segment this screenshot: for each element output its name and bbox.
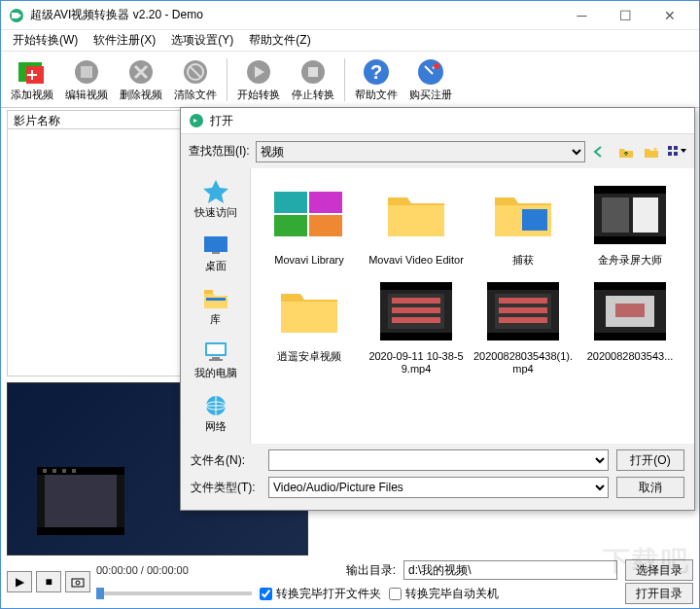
menu-help[interactable]: 帮助文件(Z) xyxy=(241,30,318,51)
svg-rect-24 xyxy=(72,579,84,587)
start-convert-button[interactable]: 开始转换 xyxy=(231,54,286,104)
open-button[interactable]: 打开(O) xyxy=(616,449,684,471)
file-name-label: Movavi Video Editor xyxy=(368,254,464,267)
start-convert-label: 开始转换 xyxy=(237,88,280,102)
help-file-button[interactable]: ? 帮助文件 xyxy=(349,54,403,104)
cancel-button[interactable]: 取消 xyxy=(616,477,684,498)
filetype-label: 文件类型(T): xyxy=(191,480,261,496)
svg-rect-69 xyxy=(615,304,645,317)
open-dir-button[interactable]: 打开目录 xyxy=(625,583,693,604)
browse-dir-button[interactable]: 选择目录 xyxy=(625,559,693,581)
delete-video-icon xyxy=(125,56,157,88)
file-name-label: 捕获 xyxy=(512,254,534,267)
svg-rect-50 xyxy=(633,197,658,233)
svg-rect-38 xyxy=(209,359,223,361)
menu-register[interactable]: 软件注册(X) xyxy=(86,30,163,51)
minimize-button[interactable]: ─ xyxy=(560,2,604,29)
start-convert-icon xyxy=(243,56,274,88)
up-folder-icon[interactable] xyxy=(616,142,636,161)
svg-point-25 xyxy=(76,581,80,585)
place-desktop[interactable]: 桌面 xyxy=(181,228,250,277)
film-reel-icon xyxy=(37,467,124,535)
svg-rect-17 xyxy=(45,475,117,527)
buy-register-button[interactable]: 购买注册 xyxy=(403,54,458,104)
play-button[interactable]: ▶ xyxy=(7,571,32,592)
file-item[interactable]: 20200828035438(1).mp4 xyxy=(471,274,576,377)
delete-video-button[interactable]: 删除视频 xyxy=(114,54,168,104)
svg-text:?: ? xyxy=(370,61,382,83)
file-thumb-icon xyxy=(587,180,673,250)
svg-rect-44 xyxy=(309,215,342,236)
svg-rect-56 xyxy=(392,307,440,313)
svg-rect-5 xyxy=(81,66,92,78)
places-bar: 快速访问 桌面 库 我的电脑 网络 xyxy=(181,168,251,444)
svg-rect-28 xyxy=(674,146,678,150)
svg-rect-43 xyxy=(274,215,307,236)
svg-rect-57 xyxy=(392,317,440,323)
menu-options[interactable]: 选项设置(Y) xyxy=(163,30,241,51)
svg-rect-19 xyxy=(37,527,124,535)
filename-combo[interactable] xyxy=(268,449,609,471)
svg-rect-47 xyxy=(594,186,666,194)
back-icon[interactable] xyxy=(591,142,611,161)
place-network[interactable]: 网络 xyxy=(181,388,250,438)
svg-rect-32 xyxy=(212,252,220,254)
edit-video-button[interactable]: 编辑视频 xyxy=(59,54,114,104)
add-video-label: 添加视频 xyxy=(11,88,53,102)
svg-rect-36 xyxy=(207,344,225,354)
place-quick-access[interactable]: 快速访问 xyxy=(181,174,250,224)
file-name-label: Movavi Library xyxy=(274,254,344,267)
shutdown-checkbox[interactable]: 转换完毕自动关机 xyxy=(389,586,499,602)
filetype-combo[interactable]: Video/Audio/Picture Files xyxy=(268,477,609,498)
place-libraries[interactable]: 库 xyxy=(181,281,250,331)
menubar: 开始转换(W) 软件注册(X) 选项设置(Y) 帮助文件(Z) xyxy=(1,30,699,52)
file-item[interactable]: 捕获 xyxy=(471,178,576,269)
seek-slider[interactable] xyxy=(96,584,252,603)
add-video-icon xyxy=(17,56,48,88)
stop-convert-button[interactable]: 停止转换 xyxy=(286,54,340,104)
svg-rect-23 xyxy=(72,469,76,473)
file-list-pane[interactable]: Movavi LibraryMovavi Video Editor捕获金舟录屏大… xyxy=(251,168,694,444)
svg-rect-59 xyxy=(487,282,559,290)
clear-files-button[interactable]: 清除文件 xyxy=(168,54,223,104)
file-item[interactable]: 2020082803543... xyxy=(578,274,682,377)
svg-rect-41 xyxy=(274,192,307,213)
svg-rect-64 xyxy=(499,317,547,323)
file-item[interactable]: Movavi Video Editor xyxy=(364,178,469,269)
svg-rect-34 xyxy=(206,298,226,301)
svg-rect-66 xyxy=(594,282,666,290)
clear-files-icon xyxy=(180,56,211,88)
svg-rect-29 xyxy=(668,152,672,156)
svg-rect-37 xyxy=(212,357,220,359)
file-thumb-icon xyxy=(266,180,352,250)
svg-rect-18 xyxy=(37,467,124,475)
titlebar: 超级AVI视频转换器 v2.20 - Demo ─ ☐ ✕ xyxy=(1,1,699,30)
file-item[interactable]: Movavi Library xyxy=(257,178,362,269)
look-in-label: 查找范围(I): xyxy=(189,143,250,160)
snapshot-button[interactable] xyxy=(65,571,90,592)
libraries-icon xyxy=(200,285,231,312)
maximize-button[interactable]: ☐ xyxy=(604,2,648,29)
file-thumb-icon xyxy=(480,180,566,250)
svg-rect-27 xyxy=(668,146,672,150)
stop-convert-label: 停止转换 xyxy=(292,88,334,102)
look-in-select[interactable]: 视频 xyxy=(256,141,585,162)
window-title: 超级AVI视频转换器 v2.20 - Demo xyxy=(30,7,560,23)
help-file-label: 帮助文件 xyxy=(355,88,398,102)
file-item[interactable]: 逍遥安卓视频 xyxy=(257,274,362,377)
view-menu-icon[interactable] xyxy=(667,142,686,161)
new-folder-icon[interactable] xyxy=(642,142,661,161)
place-computer[interactable]: 我的电脑 xyxy=(181,335,250,384)
stop-button[interactable]: ■ xyxy=(36,571,61,592)
menu-start[interactable]: 开始转换(W) xyxy=(5,30,86,51)
svg-rect-49 xyxy=(602,197,629,233)
output-dir-input[interactable] xyxy=(403,560,617,580)
svg-rect-22 xyxy=(62,469,66,473)
open-folder-checkbox[interactable]: 转换完毕打开文件夹 xyxy=(260,586,381,602)
svg-rect-45 xyxy=(522,209,547,231)
close-button[interactable]: ✕ xyxy=(648,2,691,29)
file-item[interactable]: 金舟录屏大师 xyxy=(578,178,682,269)
file-thumb-icon xyxy=(480,276,566,346)
add-video-button[interactable]: 添加视频 xyxy=(5,54,59,104)
file-item[interactable]: 2020-09-11 10-38-59.mp4 xyxy=(364,274,469,377)
